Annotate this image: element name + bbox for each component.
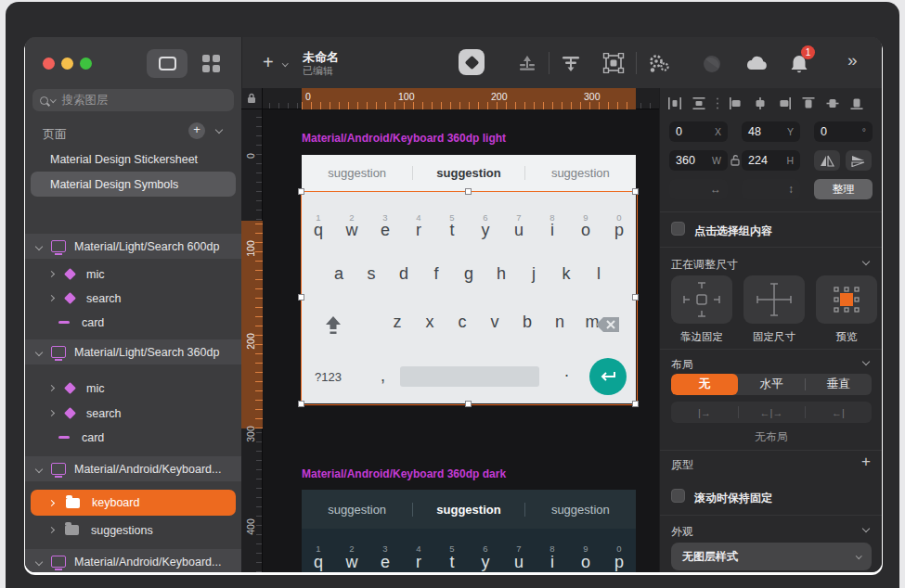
pin-to-edge-button[interactable] bbox=[671, 275, 732, 324]
distribute-vertical-icon[interactable] bbox=[692, 96, 706, 110]
cloud-icon[interactable] bbox=[743, 53, 771, 75]
layer-row-shape[interactable]: card bbox=[25, 425, 241, 450]
layout-direction-right[interactable]: ←| bbox=[805, 402, 872, 423]
horizontal-ruler[interactable]: 0 100 200 300 bbox=[241, 88, 659, 109]
chevron-right-icon[interactable] bbox=[48, 271, 55, 277]
align-bottom-icon[interactable] bbox=[849, 96, 864, 110]
chevron-down-icon[interactable] bbox=[35, 557, 43, 565]
suggestion-cell[interactable]: suggestion bbox=[525, 503, 636, 517]
artboard-dark[interactable]: suggestion suggestion suggestion 1234567… bbox=[302, 490, 636, 572]
layout-option-none[interactable]: 无 bbox=[671, 374, 738, 395]
select-group-content-checkbox[interactable] bbox=[671, 222, 685, 236]
selection-handle[interactable] bbox=[632, 294, 639, 300]
zoom-window-button[interactable] bbox=[80, 58, 92, 70]
layout-direction-center[interactable]: ←|→ bbox=[738, 402, 805, 423]
flip-vertical-icon[interactable] bbox=[517, 53, 537, 73]
resize-height-field[interactable]: ↕ bbox=[742, 179, 800, 199]
layer-row-symbol[interactable]: search bbox=[25, 401, 241, 426]
layers-view-toggle[interactable] bbox=[147, 49, 187, 78]
selection-outline[interactable] bbox=[301, 191, 638, 405]
align-left-icon[interactable] bbox=[729, 96, 743, 110]
fixed-on-scroll-checkbox[interactable] bbox=[671, 489, 685, 503]
resize-width-field[interactable]: ↔ bbox=[669, 179, 728, 199]
artboard-title-dark[interactable]: Material/Android/Keyboard 360dp dark bbox=[302, 467, 506, 480]
vertical-ruler[interactable]: 0 100 200 300 400 bbox=[241, 109, 263, 572]
suggestion-bar-light[interactable]: suggestion suggestion suggestion bbox=[302, 155, 636, 192]
chevron-down-icon[interactable] bbox=[35, 348, 43, 355]
layer-row-shape[interactable]: card bbox=[25, 310, 241, 335]
chevron-right-icon[interactable] bbox=[48, 527, 55, 533]
selection-handle[interactable] bbox=[632, 188, 639, 195]
selection-handle[interactable] bbox=[298, 294, 304, 300]
appearance-collapse-chevron-icon[interactable] bbox=[862, 525, 870, 532]
key-letter[interactable]: u bbox=[502, 553, 536, 572]
suggestion-bar-dark[interactable]: suggestion suggestion suggestion bbox=[302, 490, 636, 529]
selection-handle[interactable] bbox=[465, 401, 472, 407]
selection-handle[interactable] bbox=[632, 401, 639, 407]
layout-collapse-chevron-icon[interactable] bbox=[862, 358, 870, 365]
chevron-down-icon[interactable] bbox=[35, 465, 43, 472]
pages-collapse-chevron-icon[interactable] bbox=[215, 126, 223, 134]
resizing-collapse-chevron-icon[interactable] bbox=[862, 258, 870, 265]
layer-row-selected-keyboard[interactable]: keyboard bbox=[31, 490, 236, 516]
chevron-down-icon[interactable] bbox=[35, 242, 43, 249]
lock-ratio-icon[interactable] bbox=[730, 154, 740, 166]
chevron-right-icon[interactable] bbox=[48, 385, 55, 391]
fixed-size-button[interactable] bbox=[743, 275, 805, 324]
layer-style-dropdown[interactable]: 无图层样式 bbox=[671, 543, 872, 570]
minimize-window-button[interactable] bbox=[61, 58, 73, 70]
height-field[interactable]: 224H bbox=[742, 150, 800, 171]
layer-row-symbol[interactable]: search bbox=[25, 286, 241, 311]
keyboard-group-dark[interactable]: 1234567890 qwertyuiop bbox=[302, 529, 636, 572]
key-letter[interactable]: y bbox=[469, 553, 502, 572]
edit-selection-icon[interactable] bbox=[602, 53, 625, 73]
suggestion-cell[interactable]: suggestion bbox=[302, 166, 413, 180]
layer-row-group[interactable]: suggestions bbox=[25, 518, 241, 543]
toolbar-overflow-button[interactable]: » bbox=[847, 50, 858, 70]
align-right-icon[interactable] bbox=[777, 96, 792, 110]
align-middle-vertical-icon[interactable] bbox=[825, 96, 840, 110]
flip-vertical-button[interactable] bbox=[846, 150, 872, 171]
page-item[interactable]: Material Design Stickersheet bbox=[50, 153, 198, 166]
suggestion-cell[interactable]: suggestion bbox=[302, 503, 413, 517]
selection-handle[interactable] bbox=[465, 188, 472, 195]
layer-row-artboard[interactable]: Material/Light/Search 360dp bbox=[25, 339, 241, 364]
artboard-title-light[interactable]: Material/Android/Keyboard 360dp light bbox=[302, 132, 506, 145]
selection-handle[interactable] bbox=[298, 188, 304, 195]
key-letter[interactable]: o bbox=[569, 553, 602, 572]
insert-chevron-icon[interactable] bbox=[282, 60, 288, 66]
chevron-right-icon[interactable] bbox=[48, 410, 55, 416]
layer-row-artboard[interactable]: Material/Android/Keyboard... bbox=[25, 456, 241, 481]
components-view-toggle[interactable] bbox=[194, 49, 227, 78]
selection-handle[interactable] bbox=[298, 401, 304, 407]
x-position-field[interactable]: 0X bbox=[669, 121, 728, 142]
plugins-gears-icon[interactable] bbox=[647, 53, 671, 75]
chevron-right-icon[interactable] bbox=[48, 499, 55, 505]
distribute-layers-icon[interactable] bbox=[560, 53, 582, 73]
key-letter[interactable]: i bbox=[536, 553, 569, 572]
key-letter[interactable]: p bbox=[602, 553, 636, 572]
key-letter[interactable]: r bbox=[402, 553, 435, 572]
layer-row-artboard[interactable]: Material/Android/Keyboard... bbox=[25, 549, 241, 572]
width-field[interactable]: 360W bbox=[669, 150, 728, 171]
add-prototype-button[interactable]: + bbox=[861, 453, 871, 471]
resize-preview-button[interactable] bbox=[816, 275, 877, 324]
suggestion-cell[interactable]: suggestion bbox=[413, 503, 524, 517]
page-item-selected[interactable]: Material Design Symbols bbox=[31, 172, 236, 197]
layer-row-artboard[interactable]: Material/Light/Search 600dp bbox=[25, 234, 241, 259]
key-letter[interactable]: e bbox=[368, 553, 402, 572]
align-top-icon[interactable] bbox=[801, 96, 816, 110]
layer-row-symbol[interactable]: mic bbox=[25, 376, 241, 401]
distribute-horizontal-icon[interactable] bbox=[667, 96, 682, 110]
layout-option-vertical[interactable]: 垂直 bbox=[805, 374, 872, 395]
ruler-corner[interactable] bbox=[241, 88, 263, 109]
add-page-button[interactable]: + bbox=[188, 122, 205, 139]
layout-direction-left[interactable]: |→ bbox=[671, 402, 738, 423]
close-window-button[interactable] bbox=[43, 58, 55, 70]
layer-search-field[interactable]: 搜索图层 bbox=[32, 89, 234, 111]
y-position-field[interactable]: 48Y bbox=[742, 121, 800, 142]
rotation-field[interactable]: 0° bbox=[814, 121, 873, 142]
key-letter[interactable]: w bbox=[335, 553, 368, 572]
key-letter[interactable]: t bbox=[435, 553, 469, 572]
suggestion-cell[interactable]: suggestion bbox=[525, 166, 636, 180]
